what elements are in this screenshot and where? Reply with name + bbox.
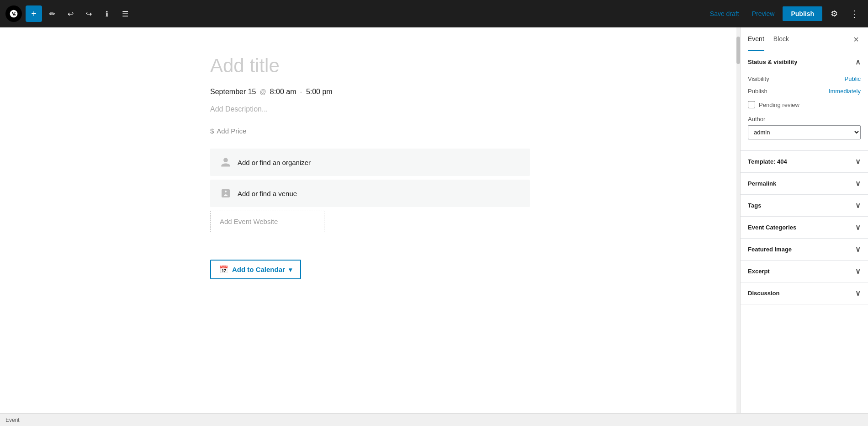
more-icon: ⋮ (850, 8, 859, 19)
add-block-button[interactable]: + (26, 5, 42, 22)
tab-block[interactable]: Block (773, 28, 789, 51)
preview-button[interactable]: Preview (747, 7, 779, 20)
time-dash: - (300, 88, 302, 96)
status-bar: Event (0, 413, 868, 426)
title-field[interactable]: Add title (210, 55, 530, 77)
author-select[interactable]: admin (748, 125, 861, 139)
close-sidebar-button[interactable]: × (852, 33, 861, 46)
tags-section: Tags ∨ (741, 195, 868, 217)
undo-icon: ↩ (68, 10, 74, 18)
event-categories-header[interactable]: Event Categories ∨ (741, 217, 868, 238)
organizer-label: Add or find an organizer (238, 159, 311, 166)
edit-button[interactable]: ✏ (44, 5, 60, 22)
save-draft-button[interactable]: Save draft (705, 7, 744, 20)
publish-row: Publish Immediately (748, 85, 861, 97)
description-field[interactable]: Add Description... (210, 105, 530, 113)
add-price-row[interactable]: $ Add Price (210, 127, 530, 135)
tab-event[interactable]: Event (748, 28, 764, 51)
tags-title: Tags (748, 202, 761, 209)
status-visibility-chevron: ∧ (855, 58, 861, 66)
settings-button[interactable]: ⚙ (826, 5, 842, 22)
featured-image-section: Featured image ∨ (741, 239, 868, 261)
author-label: Author (748, 116, 861, 122)
discussion-section: Discussion ∨ (741, 282, 868, 304)
tags-chevron: ∨ (855, 201, 861, 210)
event-date-row: September 15 @ 8:00 am - 5:00 pm (210, 88, 530, 96)
excerpt-section: Excerpt ∨ (741, 261, 868, 282)
event-date[interactable]: September 15 (210, 88, 256, 96)
discussion-chevron: ∨ (855, 289, 861, 298)
wp-logo (5, 5, 22, 22)
visibility-label: Visibility (748, 75, 769, 82)
editor-content: Add title September 15 @ 8:00 am - 5:00 … (210, 55, 530, 293)
main-layout: Add title September 15 @ 8:00 am - 5:00 … (0, 27, 868, 426)
venue-label: Add or find a venue (238, 190, 297, 197)
toolbar-right: Save draft Preview Publish ⚙ ⋮ (705, 5, 863, 22)
author-section: Author admin (748, 112, 861, 143)
calendar-dropdown-icon: ▾ (289, 266, 292, 273)
template-title: Template: 404 (748, 158, 787, 165)
visibility-row: Visibility Public (748, 73, 861, 85)
info-button[interactable]: ℹ (99, 5, 115, 22)
pending-review-row: Pending review (748, 97, 861, 112)
excerpt-chevron: ∨ (855, 267, 861, 276)
add-price-label: Add Price (217, 127, 246, 135)
status-visibility-title: Status & visibility (748, 59, 797, 65)
status-visibility-body: Visibility Public Publish Immediately Pe… (741, 73, 868, 150)
plus-icon: + (31, 9, 37, 19)
website-placeholder: Add Event Website (220, 218, 278, 225)
discussion-title: Discussion (748, 290, 779, 297)
featured-image-chevron: ∨ (855, 245, 861, 254)
discussion-section-header[interactable]: Discussion ∨ (741, 282, 868, 304)
wordpress-icon (9, 9, 18, 18)
toolbar: + ✏ ↩ ↪ ℹ ☰ Save draft Preview Publish ⚙… (0, 0, 868, 27)
event-website-field[interactable]: Add Event Website (210, 211, 324, 232)
event-end-time[interactable]: 5:00 pm (306, 88, 333, 96)
event-categories-title: Event Categories (748, 224, 796, 231)
event-categories-chevron: ∨ (855, 223, 861, 232)
calendar-btn-label: Add to Calendar (232, 266, 285, 273)
pending-review-checkbox[interactable] (748, 101, 755, 108)
organizer-icon (219, 156, 232, 169)
add-to-calendar-button[interactable]: 📅 Add to Calendar ▾ (210, 260, 301, 279)
featured-image-title: Featured image (748, 246, 792, 253)
status-visibility-section: Status & visibility ∧ Visibility Public … (741, 51, 868, 151)
event-categories-section: Event Categories ∨ (741, 217, 868, 239)
template-section-header[interactable]: Template: 404 ∨ (741, 151, 868, 172)
publish-button[interactable]: Publish (783, 6, 822, 21)
event-start-time[interactable]: 8:00 am (270, 88, 296, 96)
featured-image-header[interactable]: Featured image ∨ (741, 239, 868, 260)
permalink-section-header[interactable]: Permalink ∨ (741, 173, 868, 194)
calendar-section: 📅 Add to Calendar ▾ (210, 260, 530, 279)
publish-value[interactable]: Immediately (829, 88, 861, 95)
excerpt-title: Excerpt (748, 268, 770, 275)
visibility-value[interactable]: Public (845, 75, 861, 82)
pending-review-label: Pending review (759, 101, 799, 108)
permalink-section: Permalink ∨ (741, 173, 868, 195)
permalink-title: Permalink (748, 180, 776, 187)
editor-scroll-thumb[interactable] (736, 37, 740, 64)
status-visibility-header[interactable]: Status & visibility ∧ (741, 51, 868, 73)
add-venue-row[interactable]: Add or find a venue (210, 180, 530, 207)
redo-button[interactable]: ↪ (80, 5, 97, 22)
tags-section-header[interactable]: Tags ∨ (741, 195, 868, 216)
excerpt-section-header[interactable]: Excerpt ∨ (741, 261, 868, 282)
editor-area: Add title September 15 @ 8:00 am - 5:00 … (0, 27, 740, 426)
template-section: Template: 404 ∨ (741, 151, 868, 173)
description-placeholder: Add Description... (210, 105, 268, 113)
venue-icon (219, 187, 232, 200)
pencil-icon: ✏ (49, 10, 55, 18)
more-options-button[interactable]: ⋮ (846, 5, 863, 22)
permalink-chevron: ∨ (855, 179, 861, 188)
undo-button[interactable]: ↩ (62, 5, 79, 22)
redo-icon: ↪ (86, 10, 92, 18)
editor-scrollbar[interactable] (736, 27, 740, 426)
title-placeholder: Add title (210, 55, 280, 76)
publish-label: Publish (748, 88, 767, 95)
add-organizer-row[interactable]: Add or find an organizer (210, 149, 530, 176)
calendar-icon: 📅 (219, 265, 228, 274)
at-symbol: @ (260, 88, 266, 96)
template-chevron: ∨ (855, 157, 861, 166)
status-label: Event (5, 417, 20, 423)
list-view-button[interactable]: ☰ (117, 5, 133, 22)
